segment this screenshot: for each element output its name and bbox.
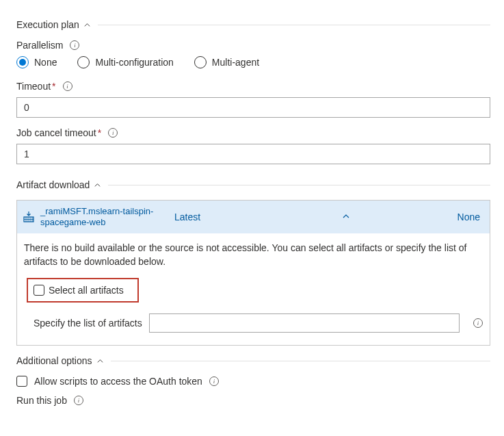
section-header-artifact-download[interactable]: Artifact download (16, 179, 490, 190)
artifact-box: _ramiMSFT.mslearn-tailspin-spacegame-web… (16, 200, 490, 346)
radio-option-multi-config[interactable]: Multi-configuration (77, 56, 173, 68)
timeout-label: Timeout (16, 81, 51, 92)
artifact-version-cell: Latest (174, 211, 243, 222)
oauth-token-checkbox[interactable]: Allow scripts to access the OAuth token … (16, 376, 490, 387)
info-icon[interactable]: i (108, 128, 118, 138)
radio-label: Multi-agent (212, 57, 259, 68)
artifact-collapse-cell (243, 211, 449, 222)
artifact-none-cell: None (449, 211, 490, 222)
select-all-artifacts-label: Select all artifacts (49, 285, 124, 296)
artifact-name-cell: _ramiMSFT.mslearn-tailspin-spacegame-web (17, 206, 174, 227)
artifact-version-label: Latest (174, 211, 200, 222)
radio-icon (77, 56, 90, 68)
info-icon[interactable]: i (209, 376, 219, 386)
job-cancel-timeout-label-row: Job cancel timeout * i (16, 127, 490, 138)
specify-artifacts-input[interactable] (149, 313, 460, 333)
chevron-up-icon (83, 21, 91, 29)
job-cancel-timeout-input[interactable] (16, 144, 490, 164)
run-this-job-row: Run this job i (16, 395, 490, 406)
job-cancel-timeout-label: Job cancel timeout (16, 127, 96, 138)
required-mark: * (98, 127, 101, 138)
specify-artifacts-label: Specify the list of artifacts (34, 318, 142, 329)
required-mark: * (52, 81, 55, 92)
radio-option-multi-agent[interactable]: Multi-agent (194, 56, 259, 68)
checkbox-icon (34, 285, 44, 296)
radio-label: None (34, 57, 57, 68)
select-all-artifacts-checkbox[interactable]: Select all artifacts (34, 285, 124, 296)
radio-icon (16, 56, 29, 68)
timeout-label-row: Timeout * i (16, 81, 490, 92)
radio-option-none[interactable]: None (16, 56, 57, 68)
divider (98, 25, 490, 25)
chevron-up-icon (94, 181, 101, 189)
timeout-input[interactable] (16, 97, 490, 118)
parallelism-label: Parallelism (16, 40, 63, 51)
divider (111, 361, 490, 361)
specify-artifacts-row: Specify the list of artifacts i (34, 313, 483, 333)
radio-icon (194, 56, 207, 68)
artifact-header-row[interactable]: _ramiMSFT.mslearn-tailspin-spacegame-web… (17, 201, 490, 233)
artifact-none-label: None (457, 211, 480, 222)
select-all-artifacts-highlight: Select all artifacts (27, 278, 139, 303)
info-icon[interactable]: i (473, 318, 483, 328)
info-icon[interactable]: i (70, 40, 79, 50)
checkbox-icon (16, 376, 27, 387)
parallelism-label-row: Parallelism i (16, 40, 490, 51)
section-title: Additional options (16, 355, 92, 366)
chevron-up-icon (96, 357, 104, 365)
radio-label: Multi-configuration (95, 57, 173, 68)
info-icon[interactable]: i (63, 81, 72, 91)
artifact-no-build-message: There is no build available or the sourc… (24, 242, 483, 268)
parallelism-radio-group: None Multi-configuration Multi-agent (16, 56, 490, 68)
section-title: Execution plan (16, 19, 79, 30)
artifact-name: _ramiMSFT.mslearn-tailspin-spacegame-web (40, 206, 174, 227)
artifact-body: There is no build available or the sourc… (17, 233, 490, 345)
run-this-job-label: Run this job (16, 395, 67, 406)
build-download-icon (23, 211, 35, 223)
section-title: Artifact download (16, 179, 90, 190)
section-header-execution-plan[interactable]: Execution plan (16, 19, 490, 30)
oauth-token-label: Allow scripts to access the OAuth token (34, 376, 202, 387)
divider (108, 185, 490, 185)
chevron-up-icon (342, 211, 350, 222)
section-header-additional-options[interactable]: Additional options (16, 355, 490, 366)
info-icon[interactable]: i (74, 396, 83, 405)
